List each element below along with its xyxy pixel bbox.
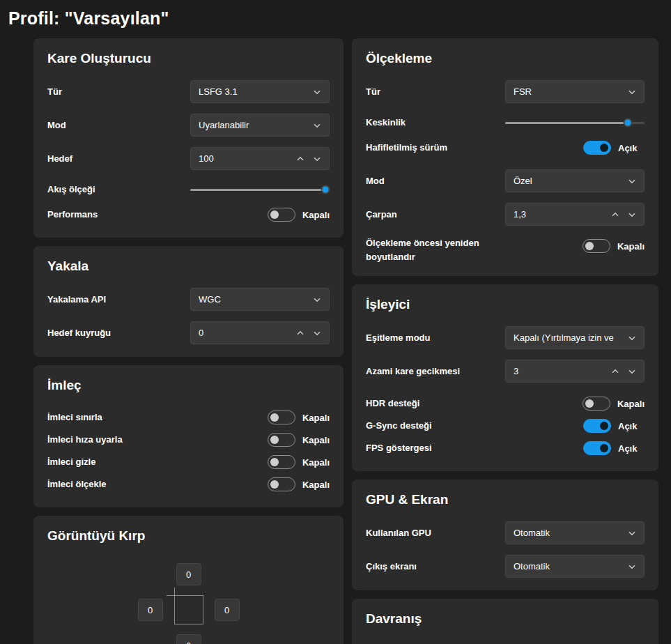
card-cursor: İmleç İmleci sınırla Kapalı İmleci hıza … [33, 365, 344, 507]
chevron-down-icon [313, 121, 321, 130]
card-behavior: Davranış Çoklu ekran modu Kapalı [352, 599, 658, 644]
frame-type-row: Tür LSFG 3.1 [47, 80, 330, 103]
dropdown-value: WGC [199, 294, 304, 305]
chevron-down-icon [628, 529, 636, 537]
performance-row: Performans Kapalı [47, 204, 330, 225]
crop-top-input[interactable]: 0 [176, 563, 201, 585]
scaling-factor-spinner[interactable]: 1,3 [505, 203, 645, 226]
right-column: Ölçekleme Tür FSR Keskinlik Hafifletilmi… [352, 38, 658, 644]
spinner-value: 3 [514, 366, 603, 376]
output-display-dropdown[interactable]: Otomatik [505, 555, 645, 578]
flow-scale-label: Akış ölçeği [47, 183, 95, 197]
slider-thumb[interactable] [624, 118, 633, 128]
card-title-renderer: İşleyici [366, 297, 645, 312]
left-column: Kare Oluşturucu Tür LSFG 3.1 Mod Uyarlan… [33, 38, 344, 644]
sync-mode-dropdown[interactable]: Kapalı (Yırtılmaya izin ve [505, 326, 645, 349]
sync-mode-row: Eşitleme modu Kapalı (Yırtılmaya izin ve [366, 326, 645, 349]
dropdown-value: Otomatik [514, 561, 619, 572]
crop-bottom-input[interactable]: 0 [176, 634, 201, 644]
toggle-wrap: Kapalı [583, 397, 645, 411]
chevron-up-icon[interactable] [611, 210, 619, 219]
scaling-factor-row: Çarpan 1,3 [366, 203, 645, 226]
frame-mode-row: Mod Uyarlanabilir [47, 114, 330, 137]
slider-thumb[interactable] [321, 185, 330, 194]
hdr-toggle[interactable] [583, 397, 610, 411]
toggle-state-label: Kapalı [302, 457, 330, 468]
flow-scale-row: Akış ölçeği [47, 181, 330, 199]
chevron-up-icon[interactable] [296, 155, 304, 163]
light-version-label: Hafifletilmiş sürüm [366, 141, 447, 155]
card-title-crop: Görüntüyü Kırp [47, 528, 330, 544]
toggle-state-label: Kapalı [302, 413, 330, 423]
crop-left-input[interactable]: 0 [138, 599, 163, 621]
flow-scale-slider[interactable] [190, 183, 330, 197]
card-gpu-screen: GPU & Ekran Kullanılan GPU Otomatik Çıkı… [352, 480, 658, 590]
max-frame-latency-row: Azami kare gecikmesi 3 [366, 360, 645, 383]
gsync-toggle[interactable] [583, 419, 611, 433]
capture-api-label: Yakalama API [47, 293, 106, 307]
slider-track[interactable] [190, 189, 330, 191]
gsync-label: G-Sync desteği [366, 419, 432, 433]
scaling-type-row: Tür FSR [366, 80, 645, 103]
fps-indicator-toggle[interactable] [583, 441, 611, 455]
crop-middle-row: 0 0 [138, 595, 240, 624]
card-title-scaling: Ölçekleme [366, 51, 645, 66]
frame-target-spinner[interactable]: 100 [190, 147, 330, 170]
performance-toggle[interactable] [268, 208, 295, 222]
slider-fill [190, 189, 325, 191]
toggle-state-label: Açık [618, 421, 645, 431]
sync-mode-label: Eşitleme modu [366, 331, 430, 345]
sharpness-label: Keskinlik [366, 116, 406, 130]
scaling-type-label: Tür [366, 85, 380, 99]
dropdown-value: Otomatik [514, 528, 619, 538]
scaling-mode-row: Mod Özel [366, 169, 645, 192]
frame-mode-dropdown[interactable]: Uyarlanabilir [190, 114, 330, 137]
card-title-frame-generator: Kare Oluşturucu [47, 51, 330, 66]
toggle-wrap: Açık [583, 441, 645, 455]
scaling-factor-label: Çarpan [366, 208, 397, 222]
chevron-down-icon[interactable] [628, 210, 636, 219]
hdr-label: HDR desteği [366, 397, 419, 411]
resize-before-scaling-label: Ölçekleme öncesi yeniden boyutlandır [366, 236, 512, 263]
light-version-toggle[interactable] [583, 141, 611, 155]
chevron-down-icon [313, 88, 321, 96]
toggle-state-label: Açık [618, 143, 645, 153]
chevron-down-icon[interactable] [313, 329, 321, 337]
sharpness-slider[interactable] [505, 116, 645, 130]
used-gpu-dropdown[interactable]: Otomatik [505, 521, 645, 544]
toggle-state-label: Açık [618, 443, 645, 454]
sharpness-row: Keskinlik [366, 114, 645, 132]
capture-api-row: Yakalama API WGC [47, 288, 330, 311]
chevron-down-icon [628, 562, 636, 571]
chevron-up-icon[interactable] [296, 329, 304, 337]
cursor-scale-toggle[interactable] [268, 477, 295, 491]
chevron-up-icon[interactable] [611, 367, 619, 376]
crop-grid: 0 0 0 0 [47, 558, 330, 644]
max-frame-latency-spinner[interactable]: 3 [505, 360, 645, 383]
chevron-down-icon [313, 296, 321, 304]
capture-queue-row: Hedef kuyruğu 0 [47, 321, 330, 344]
cursor-speed-toggle[interactable] [268, 433, 295, 447]
frame-type-dropdown[interactable]: LSFG 3.1 [190, 80, 330, 103]
chevron-down-icon[interactable] [628, 367, 636, 376]
cursor-hide-toggle[interactable] [268, 455, 295, 469]
capture-queue-spinner[interactable]: 0 [190, 321, 330, 344]
card-capture: Yakala Yakalama API WGC Hedef kuyruğu 0 [33, 246, 344, 357]
cursor-clip-toggle[interactable] [268, 411, 295, 424]
performance-label: Performans [47, 208, 98, 222]
frame-target-row: Hedef 100 [47, 147, 330, 170]
cursor-hide-label: İmleci gizle [47, 455, 95, 469]
resize-before-scaling-toggle[interactable] [583, 239, 610, 253]
scaling-type-dropdown[interactable]: FSR [505, 80, 645, 103]
gsync-row: G-Sync desteği Açık [366, 415, 645, 436]
scaling-mode-dropdown[interactable]: Özel [505, 169, 645, 192]
crop-right-input[interactable]: 0 [215, 599, 240, 621]
toggle-state-label: Kapalı [617, 241, 645, 252]
card-scaling: Ölçekleme Tür FSR Keskinlik Hafifletilmi… [352, 38, 658, 276]
chevron-down-icon[interactable] [313, 155, 321, 163]
output-display-row: Çıkış ekranı Otomatik [366, 555, 645, 578]
spacer [366, 160, 645, 169]
scaling-mode-label: Mod [366, 174, 385, 188]
card-renderer: İşleyici Eşitleme modu Kapalı (Yırtılmay… [352, 284, 658, 471]
capture-api-dropdown[interactable]: WGC [190, 288, 330, 311]
